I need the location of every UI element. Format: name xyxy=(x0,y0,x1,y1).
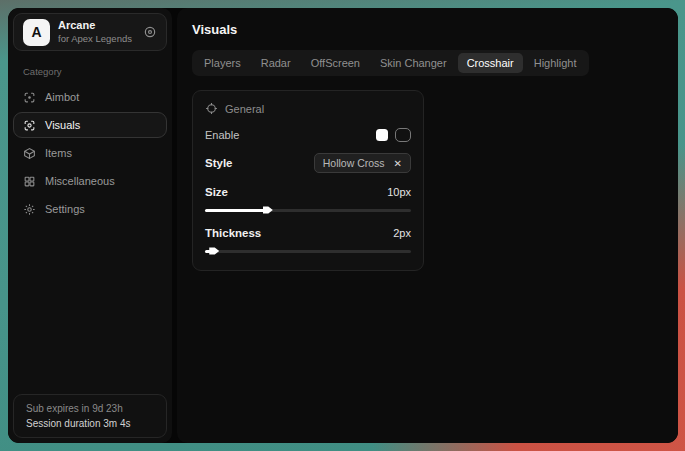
target-icon[interactable] xyxy=(143,25,157,39)
thickness-value: 2px xyxy=(393,227,411,239)
sidebar-item-visuals[interactable]: Visuals xyxy=(13,112,167,138)
session-duration-text: Session duration 3m 4s xyxy=(26,418,154,429)
gear-icon xyxy=(23,203,36,216)
general-settings-card: General Enable Style Hollow Cross ✕ Size… xyxy=(192,90,424,271)
sidebar-item-label: Aimbot xyxy=(45,91,79,103)
sidebar-item-settings[interactable]: Settings xyxy=(13,196,167,222)
size-slider[interactable] xyxy=(205,206,411,214)
sidebar-item-label: Settings xyxy=(45,203,85,215)
enable-row: Enable xyxy=(205,128,411,142)
grid-icon xyxy=(23,175,36,188)
style-select[interactable]: Hollow Cross ✕ xyxy=(314,153,411,173)
enable-checkbox[interactable] xyxy=(395,128,411,142)
section-title: General xyxy=(225,103,264,115)
tab-skin-changer[interactable]: Skin Changer xyxy=(371,53,456,73)
sidebar: A Arcane for Apex Legends Category xyxy=(8,8,172,443)
brand-logo: A xyxy=(23,19,50,46)
thickness-slider[interactable] xyxy=(205,247,411,255)
size-label: Size xyxy=(205,186,228,198)
tab-highlight[interactable]: Highlight xyxy=(525,53,586,73)
brand-card: A Arcane for Apex Legends xyxy=(13,13,167,51)
sidebar-nav: Aimbot Visuals Items xyxy=(8,84,172,222)
subscription-info-box: Sub expires in 9d 23h Session duration 3… xyxy=(13,394,167,438)
size-value: 10px xyxy=(387,186,411,198)
thickness-row: Thickness 2px xyxy=(205,227,411,239)
slider-fill xyxy=(205,209,267,212)
eye-scan-icon xyxy=(23,119,36,132)
brand-title: Arcane xyxy=(58,19,135,33)
brand-subtitle: for Apex Legends xyxy=(58,33,135,45)
app-window: A Arcane for Apex Legends Category xyxy=(8,8,678,443)
sidebar-item-label: Miscellaneous xyxy=(45,175,115,187)
page-title: Visuals xyxy=(192,22,663,37)
category-label: Category xyxy=(23,66,172,77)
sidebar-item-aimbot[interactable]: Aimbot xyxy=(13,84,167,110)
tab-crosshair[interactable]: Crosshair xyxy=(458,53,523,73)
box-icon xyxy=(23,147,36,160)
sidebar-item-label: Visuals xyxy=(45,119,80,131)
main-panel: Visuals Players Radar OffScreen Skin Cha… xyxy=(177,8,678,443)
sub-expires-text: Sub expires in 9d 23h xyxy=(26,403,154,414)
slider-thumb[interactable] xyxy=(209,246,219,256)
style-value: Hollow Cross xyxy=(323,157,385,169)
sidebar-item-miscellaneous[interactable]: Miscellaneous xyxy=(13,168,167,194)
size-row: Size 10px xyxy=(205,186,411,198)
crosshair-icon xyxy=(205,102,218,115)
sidebar-item-items[interactable]: Items xyxy=(13,140,167,166)
clear-icon[interactable]: ✕ xyxy=(394,158,402,169)
slider-track xyxy=(205,250,411,253)
enable-label: Enable xyxy=(205,129,239,141)
style-row: Style Hollow Cross ✕ xyxy=(205,153,411,173)
slider-thumb[interactable] xyxy=(263,205,273,215)
color-swatch[interactable] xyxy=(376,129,388,141)
visuals-tabbar: Players Radar OffScreen Skin Changer Cro… xyxy=(192,50,589,76)
tab-offscreen[interactable]: OffScreen xyxy=(302,53,369,73)
crosshair-scan-icon xyxy=(23,91,36,104)
style-label: Style xyxy=(205,157,233,169)
thickness-label: Thickness xyxy=(205,227,261,239)
tab-players[interactable]: Players xyxy=(195,53,250,73)
tab-radar[interactable]: Radar xyxy=(252,53,300,73)
sidebar-item-label: Items xyxy=(45,147,72,159)
